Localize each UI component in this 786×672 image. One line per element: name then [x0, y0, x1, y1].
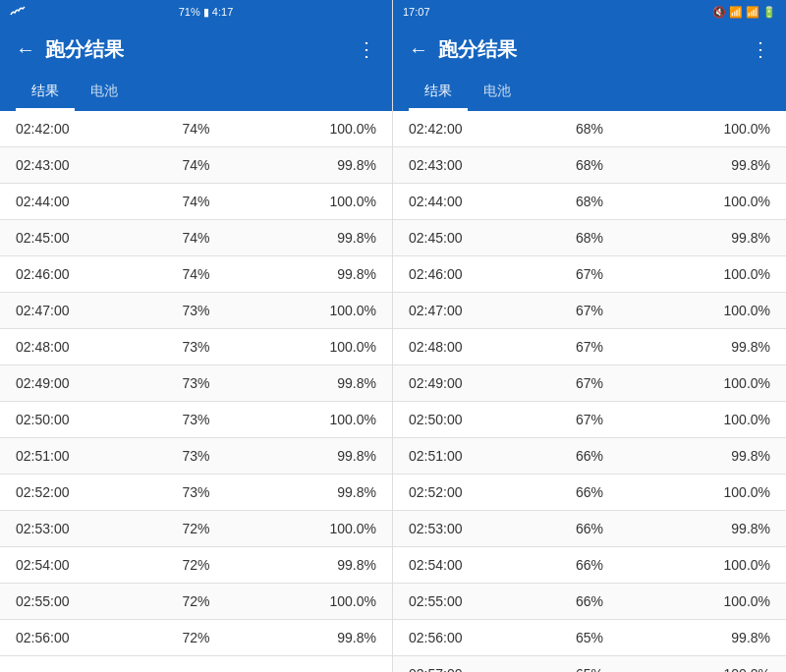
row-score: 100.0% [256, 593, 376, 609]
row-pct: 74% [136, 194, 255, 209]
table-row: 02:48:00 67% 99.8% [393, 329, 786, 365]
table-row: 02:43:00 68% 99.8% [393, 147, 786, 184]
table-row: 02:50:00 67% 100.0% [393, 402, 786, 438]
row-time: 02:49:00 [16, 375, 136, 391]
row-score: 99.8% [649, 521, 770, 536]
table-row: 02:43:00 74% 99.8% [0, 147, 392, 184]
table-row: 02:56:00 65% 99.8% [393, 620, 786, 656]
table-row: 02:55:00 66% 100.0% [393, 584, 786, 620]
table-row: 02:47:00 73% 100.0% [0, 293, 392, 329]
table-row: 02:44:00 74% 100.0% [0, 184, 392, 220]
row-time: 02:44:00 [409, 194, 530, 209]
row-time: 02:46:00 [16, 266, 136, 282]
left-app-header: ← 跑分结果 ⋮ [0, 24, 392, 75]
row-time: 02:46:00 [409, 266, 530, 282]
row-pct: 72% [136, 630, 255, 645]
row-score: 100.0% [256, 412, 376, 427]
row-time: 02:54:00 [409, 557, 530, 573]
table-row: 02:53:00 66% 99.8% [393, 511, 786, 547]
left-more-button[interactable]: ⋮ [357, 37, 376, 61]
row-time: 02:42:00 [16, 121, 136, 137]
row-pct: 74% [136, 266, 255, 282]
right-tab-result[interactable]: 结果 [409, 75, 468, 111]
left-panel: 71% ▮ 4:17 ← 跑分结果 ⋮ 结果 电池 02:42:00 74% 1… [0, 0, 393, 672]
row-score: 99.8% [256, 484, 376, 500]
row-score: 99.8% [256, 375, 376, 391]
row-time: 02:43:00 [409, 157, 530, 173]
row-time: 02:50:00 [409, 412, 530, 427]
table-row: 02:44:00 68% 100.0% [393, 184, 786, 220]
table-row: 02:45:00 74% 99.8% [0, 220, 392, 256]
right-panel: 17:07 🔇 📶 📶 🔋 ← 跑分结果 ⋮ 结果 电池 02:42:00 68… [393, 0, 786, 672]
row-score: 100.0% [649, 303, 770, 318]
row-score: 100.0% [649, 121, 770, 137]
left-back-button[interactable]: ← [16, 38, 35, 61]
row-pct: 68% [530, 121, 650, 137]
row-score: 100.0% [649, 375, 770, 391]
table-row: 02:53:00 72% 100.0% [0, 511, 392, 547]
row-time: 02:54:00 [16, 557, 136, 573]
row-score: 100.0% [256, 121, 376, 137]
row-time: 02:42:00 [409, 121, 530, 137]
left-tab-battery[interactable]: 电池 [75, 75, 134, 111]
left-tab-result[interactable]: 结果 [16, 75, 75, 111]
row-pct: 66% [530, 484, 650, 500]
row-pct: 66% [530, 557, 650, 573]
row-pct: 68% [530, 230, 650, 246]
row-score: 100.0% [256, 521, 376, 536]
table-row: 02:47:00 67% 100.0% [393, 293, 786, 329]
right-app-title: 跑分结果 [438, 36, 517, 63]
row-pct: 68% [530, 157, 650, 173]
right-more-button[interactable]: ⋮ [751, 37, 770, 61]
row-score: 100.0% [649, 194, 770, 209]
row-score: 99.8% [649, 448, 770, 464]
row-score: 99.8% [649, 230, 770, 246]
table-row: 02:54:00 66% 100.0% [393, 547, 786, 584]
row-time: 02:53:00 [409, 521, 530, 536]
left-header-left: ← 跑分结果 [16, 36, 124, 63]
row-score: 99.8% [649, 157, 770, 173]
row-time: 02:55:00 [409, 593, 530, 609]
row-time: 02:56:00 [409, 630, 530, 645]
row-score: 100.0% [256, 303, 376, 318]
table-row: 02:52:00 66% 100.0% [393, 475, 786, 511]
row-score: 100.0% [649, 484, 770, 500]
row-time: 02:48:00 [16, 339, 136, 355]
row-time: 02:51:00 [409, 448, 530, 464]
row-time: 02:45:00 [409, 230, 530, 246]
table-row: 02:46:00 74% 99.8% [0, 256, 392, 293]
row-time: 02:47:00 [16, 303, 136, 318]
row-time: 02:52:00 [16, 484, 136, 500]
table-row: 02:42:00 68% 100.0% [393, 111, 786, 147]
row-score: 99.8% [649, 339, 770, 355]
row-time: 02:52:00 [409, 484, 530, 500]
row-pct: 73% [136, 448, 255, 464]
row-pct: 65% [530, 666, 650, 672]
row-time: 02:45:00 [16, 230, 136, 246]
table-row: 02:42:00 74% 100.0% [0, 111, 392, 147]
row-pct: 66% [530, 521, 650, 536]
row-pct: 67% [530, 339, 650, 355]
right-status-icons: 🔇 📶 📶 🔋 [712, 6, 776, 19]
row-time: 02:50:00 [16, 412, 136, 427]
row-time: 02:49:00 [409, 375, 530, 391]
right-back-button[interactable]: ← [409, 38, 428, 61]
left-app-title: 跑分结果 [45, 36, 124, 63]
row-pct: 73% [136, 303, 255, 318]
left-status-bar: 71% ▮ 4:17 [0, 0, 392, 24]
row-score: 99.8% [256, 230, 376, 246]
row-pct: 67% [530, 375, 650, 391]
row-time: 02:57:00 [409, 666, 530, 672]
table-row: 02:56:00 72% 99.8% [0, 620, 392, 656]
row-score: 100.0% [649, 412, 770, 427]
row-score: 100.0% [256, 194, 376, 209]
row-score: 100.0% [649, 557, 770, 573]
table-row: 02:46:00 67% 100.0% [393, 256, 786, 293]
row-score: 99.8% [256, 630, 376, 645]
right-tab-battery[interactable]: 电池 [468, 75, 527, 111]
row-score: 100.0% [256, 339, 376, 355]
row-pct: 73% [136, 375, 255, 391]
row-time: 02:44:00 [16, 194, 136, 209]
table-row: 02:49:00 67% 100.0% [393, 365, 786, 402]
right-status-time: 17:07 [403, 6, 430, 18]
